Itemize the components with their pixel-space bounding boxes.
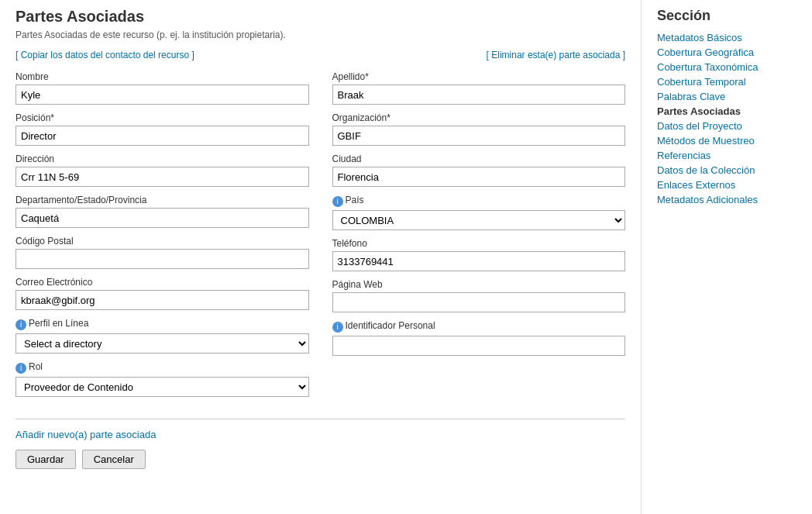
posicion-label: Posición* [15,112,309,123]
sidebar-item-partes-asociadas[interactable]: Partes Asociadas [657,105,797,117]
posicion-input[interactable] [15,126,309,146]
sidebar-item-referencias[interactable]: Referencias [657,150,797,161]
correo-input[interactable] [15,290,309,310]
telefono-input[interactable] [332,251,626,271]
nombre-input[interactable] [15,85,309,105]
perfil-select[interactable]: Select a directory [15,333,309,354]
page-subtitle: Partes Asociadas de este recurso (p. ej.… [15,29,625,40]
direccion-input[interactable] [15,167,309,187]
sidebar-item-metadatos-adicionales[interactable]: Metadatos Adicionales [657,194,797,205]
sidebar-nav: Metadatos Básicos Cobertura Geográfica C… [657,32,797,205]
sidebar-title: Sección [657,8,797,24]
add-associated-link[interactable]: Añadir nuevo(a) parte asociada [15,429,625,440]
organizacion-label: Organización* [332,112,626,123]
save-button[interactable]: Guardar [15,450,76,469]
form-divider [15,419,625,419]
ciudad-label: Ciudad [332,154,626,164]
organizacion-input[interactable] [332,126,626,146]
pais-select[interactable]: COLOMBIA [332,210,626,230]
sidebar-item-metodos-muestreo[interactable]: Métodos de Muestreo [657,135,797,147]
sidebar-item-cobertura-taxonomica[interactable]: Cobertura Taxonómica [657,61,797,73]
codigo-postal-label: Código Postal [15,236,309,247]
telefono-label: Teléfono [332,238,626,249]
nombre-label: Nombre [15,71,309,82]
codigo-postal-input[interactable] [15,249,309,269]
copy-contact-link[interactable]: [ Copiar los datos del contacto del recu… [15,50,194,60]
sidebar-item-datos-coleccion[interactable]: Datos de la Colección [657,164,797,176]
identificador-label: Identificador Personal [346,320,435,331]
sidebar-item-datos-proyecto[interactable]: Datos del Proyecto [657,120,797,132]
page-title: Partes Asociadas [15,8,625,26]
pais-label: País [346,195,364,205]
pais-info-icon: i [332,196,343,207]
sidebar-item-metadatos-basicos[interactable]: Metadatos Básicos [657,32,797,43]
departamento-label: Departamento/Estado/Provincia [15,195,309,205]
apellido-label: Apellido* [332,71,626,82]
rol-info-icon: i [15,363,26,374]
direccion-label: Dirección [15,154,309,164]
pagina-web-input[interactable] [332,292,626,312]
perfil-label: Perfil en Línea [29,318,88,329]
identificador-info-icon: i [332,322,343,333]
correo-label: Correo Electrónico [15,277,309,288]
ciudad-input[interactable] [332,167,626,187]
cancel-button[interactable]: Cancelar [82,450,146,469]
identificador-input[interactable] [332,336,626,356]
sidebar-item-palabras-clave[interactable]: Palabras Clave [657,91,797,102]
sidebar-item-enlaces-externos[interactable]: Enlaces Externos [657,179,797,191]
sidebar-item-cobertura-temporal[interactable]: Cobertura Temporal [657,76,797,88]
rol-label: Rol [29,361,43,372]
rol-select[interactable]: Proveedor de Contenido [15,377,309,397]
remove-associated-link[interactable]: [ Eliminar esta(e) parte asociada ] [487,50,625,60]
perfil-info-icon: i [15,319,26,330]
apellido-input[interactable] [332,85,626,105]
sidebar-item-cobertura-geografica[interactable]: Cobertura Geográfica [657,47,797,58]
pagina-web-label: Página Web [332,279,626,290]
departamento-input[interactable] [15,208,309,228]
